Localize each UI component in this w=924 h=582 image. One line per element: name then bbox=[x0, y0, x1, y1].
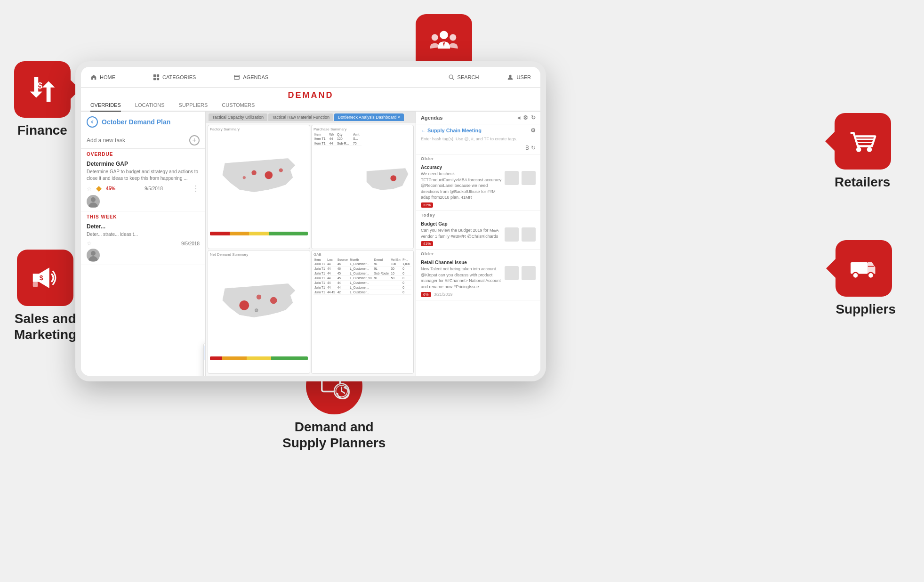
nav-categories[interactable]: CATEGORIES bbox=[153, 74, 196, 81]
retail-channel-body: New Talent not being taken into account.… bbox=[421, 266, 502, 290]
task-meta: ☆ 45% 9/5/2018 ⋮ bbox=[87, 184, 200, 193]
input-format-icon[interactable]: B bbox=[525, 145, 529, 151]
svg-text:$: $ bbox=[40, 274, 43, 282]
meeting-arrow-icon: ← bbox=[421, 128, 426, 133]
task-desc: Determine GAP to budget and strategy and… bbox=[87, 169, 200, 182]
meeting-title: ← Supply Chain Meeting ⚙ bbox=[421, 127, 536, 134]
add-task-row: + bbox=[81, 132, 205, 149]
chart-cell-bottomleft: Net Demand Summary bbox=[208, 250, 310, 374]
color-bar-1 bbox=[210, 232, 308, 235]
svg-line-35 bbox=[452, 78, 454, 80]
retail-channel-tag: 6% bbox=[421, 292, 431, 297]
svg-point-34 bbox=[449, 75, 453, 79]
svg-point-40 bbox=[265, 171, 273, 179]
agenda-panel: Agendas ◂ ⚙ ↻ ← Supply Chain Meeting ⚙ E… bbox=[416, 112, 540, 376]
sales-persona: $ Sales andMarketing bbox=[14, 250, 76, 342]
retail-channel-title: Retail Channel Issue bbox=[421, 260, 536, 265]
sales-icon: $ bbox=[17, 250, 73, 306]
avatar bbox=[87, 195, 100, 208]
budget-gap-body: Can you review the Budget 2019 for M&A v… bbox=[421, 227, 502, 239]
demand-label: Demand andSupply Planners bbox=[282, 419, 386, 451]
chart-tabs-row: Tactical Capacity Utilization Tactical R… bbox=[206, 112, 416, 123]
color-bar-2 bbox=[210, 356, 308, 360]
tab-overrides[interactable]: OVERRIDES bbox=[90, 102, 121, 112]
svg-point-8 bbox=[450, 34, 456, 41]
task-name-2: Deter... bbox=[87, 223, 200, 230]
chart-tab-2[interactable]: Tactical Raw Material Function bbox=[268, 113, 333, 121]
svg-rect-32 bbox=[234, 75, 240, 79]
tab-locations[interactable]: LOCATIONS bbox=[135, 102, 165, 111]
star-icon[interactable]: ☆ bbox=[87, 186, 92, 192]
svg-point-42 bbox=[279, 168, 283, 172]
svg-point-45 bbox=[239, 300, 249, 310]
accuracy-body: We need to check TFTProductFamily>MBA fo… bbox=[421, 171, 502, 201]
task-desc-2: Deter... strate... ideas t... bbox=[87, 231, 200, 238]
agenda-header-actions: ◂ ⚙ ↻ bbox=[517, 114, 536, 121]
meeting-gear-icon[interactable]: ⚙ bbox=[530, 127, 536, 134]
svg-point-36 bbox=[509, 74, 512, 77]
input-refresh-icon[interactable]: ↻ bbox=[531, 145, 536, 151]
svg-point-39 bbox=[91, 251, 96, 256]
nav-agendas[interactable]: AGENDAS bbox=[233, 74, 268, 81]
bottomleft-label: Net Demand Summary bbox=[210, 252, 308, 257]
nav-search[interactable]: SEARCH bbox=[448, 74, 479, 81]
svg-rect-4 bbox=[33, 282, 38, 287]
back-button[interactable] bbox=[87, 116, 98, 128]
priority-high[interactable]: High priority bbox=[204, 346, 206, 360]
chart-tab-1[interactable]: Tactical Capacity Utilization bbox=[209, 113, 267, 121]
tab-customers[interactable]: CUSTOMERS bbox=[222, 102, 255, 111]
today-label: Today bbox=[416, 211, 540, 218]
retail-thumb-2 bbox=[522, 266, 536, 280]
add-task-input[interactable] bbox=[87, 137, 189, 144]
task-name: Determine GAP bbox=[87, 161, 200, 167]
task-date: 9/5/2018 bbox=[145, 186, 163, 191]
retail-thumb bbox=[505, 266, 519, 280]
retail-channel-date: 3/21/2019 bbox=[434, 292, 453, 297]
older-label-2: Older bbox=[416, 250, 540, 257]
agenda-gear-icon[interactable]: ⚙ bbox=[523, 114, 528, 121]
suppliers-persona: Suppliers bbox=[836, 240, 896, 317]
svg-rect-30 bbox=[153, 77, 156, 80]
budget-thumb-2 bbox=[522, 227, 536, 242]
svg-point-7 bbox=[432, 34, 438, 41]
overdue-label: OVERDUE bbox=[81, 149, 205, 158]
task-panel: October Demand Plan + OVERDUE Determine … bbox=[81, 112, 206, 376]
svg-rect-14 bbox=[851, 262, 868, 274]
priority-low[interactable]: Low priority bbox=[204, 374, 206, 376]
topright-label: Purchase Summary bbox=[313, 127, 411, 131]
star-icon-2[interactable]: ☆ bbox=[87, 240, 92, 247]
nav-user[interactable]: USER bbox=[507, 74, 531, 81]
task-header: October Demand Plan bbox=[81, 112, 205, 132]
finance-label: Finance bbox=[17, 122, 67, 138]
svg-text:$: $ bbox=[38, 81, 43, 90]
priority-medium[interactable]: Medium priority bbox=[204, 360, 206, 374]
nav-bar: HOME CATEGORIES AGENDAS SEARCH USER bbox=[81, 67, 540, 88]
avatar-2 bbox=[87, 249, 100, 262]
chart-tab-3[interactable]: Bottleneck Analysis Dashboard × bbox=[334, 113, 404, 121]
svg-point-48 bbox=[255, 308, 258, 311]
finance-icon: $ bbox=[14, 61, 71, 118]
accuracy-tag: 32% bbox=[421, 202, 433, 208]
svg-point-11 bbox=[867, 147, 872, 152]
sub-tabs-row: OVERRIDES LOCATIONS SUPPLIERS CUSTOMERS bbox=[81, 100, 540, 112]
plan-title: October Demand Plan bbox=[102, 118, 170, 126]
tab-suppliers[interactable]: SUPPLIERS bbox=[179, 102, 208, 111]
svg-point-44 bbox=[390, 175, 396, 181]
nav-home[interactable]: HOME bbox=[90, 74, 115, 81]
svg-point-6 bbox=[440, 31, 448, 40]
demand-title: DEMAND bbox=[81, 88, 540, 100]
task-meta-2: ☆ 9/5/2018 bbox=[87, 240, 200, 247]
svg-point-47 bbox=[257, 294, 261, 299]
gab-table: ItemLocSourceMonthDmndVol BnPr... Juliu … bbox=[313, 258, 411, 295]
chart-cell-topleft: Factory Summary bbox=[208, 125, 310, 249]
add-task-button[interactable]: + bbox=[189, 135, 200, 146]
agenda-refresh-icon[interactable]: ↻ bbox=[531, 114, 536, 121]
agenda-collapse-icon[interactable]: ◂ bbox=[517, 114, 520, 121]
center-panel: Tactical Capacity Utilization Tactical R… bbox=[206, 112, 416, 376]
retailers-label: Retailers bbox=[835, 174, 890, 190]
budget-gap-tag: 41% bbox=[421, 241, 433, 246]
app-screen: HOME CATEGORIES AGENDAS SEARCH USER DEMA… bbox=[81, 67, 540, 376]
budget-gap-card: Budget Gap Can you review the Budget 201… bbox=[416, 218, 540, 250]
priority-dropdown: High priority Medium priority Low priori… bbox=[203, 342, 206, 376]
task-more-button[interactable]: ⋮ bbox=[192, 184, 200, 193]
